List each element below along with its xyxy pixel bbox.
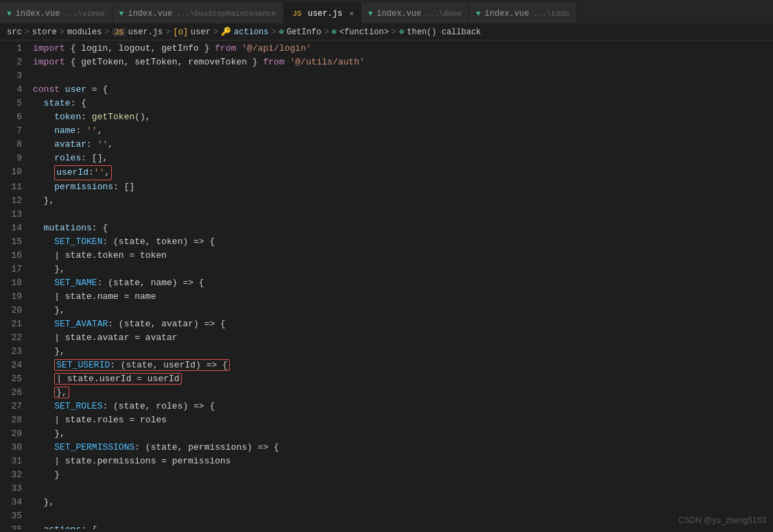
tab-path: ...\todo [533,10,569,18]
bc-sep5: > [213,27,218,37]
tab-bar: ▼ index.vue ...\views ▼ index.vue ...\bu… [0,0,773,24]
bc-then-icon: ⊕ [399,27,404,37]
code-line-8: 8 avatar: '', [0,138,365,152]
code-line-17: 17 }, [0,263,365,276]
bc-sep7: > [324,27,329,37]
tab-path: ...\views [64,10,104,18]
code-line-36-actions: 35 actions: { [0,523,365,529]
code-container[interactable]: 1 import { login, logout, getInfo } from… [0,40,773,529]
bc-user: user [191,27,211,37]
code-line-24: 24 SET_USERID: (state, userId) => { [0,359,365,372]
bc-src: src [7,27,22,37]
tab-label: user.js [308,9,342,19]
bc-modules: modules [67,27,102,37]
bc-sep6: > [272,27,276,37]
bc-actions: actions [234,27,268,37]
tab-label: index.vue [128,9,172,19]
code-line-11: 11 permissions: [] [0,180,365,194]
bc-sep8: > [392,27,396,37]
tab-index-todo[interactable]: ▼ index.vue ...\todo [469,3,577,23]
tab-label: index.vue [16,9,60,19]
code-line-28: 28 | state.roles = roles [0,413,365,427]
code-line-25: 25 | state.userId = userId [0,372,365,386]
code-line-6: 6 token: getToken(), [0,110,365,124]
code-line-32: 32 } [0,468,365,482]
code-line-13: 13 [0,208,365,221]
vue-icon: ▼ [476,10,481,18]
bc-actions-icon: 🔑 [221,27,231,37]
code-line-14: 14 mutations: { [0,221,365,235]
code-line-27: 27 SET_ROLES: (state, roles) => { [0,400,365,413]
watermark: CSDN @yu_zheng5163 [678,516,766,525]
tab-index-busstop[interactable]: ▼ index.vue ...\busStopMaintenance [112,3,284,23]
code-line-31: 31 | state.permissions = permissions [0,455,365,468]
code-line-16: 16 | state.token = token [0,249,365,263]
bc-getinfo-icon: ⊕ [279,27,284,37]
tab-close-button[interactable]: ✕ [349,9,354,18]
tab-index-done[interactable]: ▼ index.vue ...\done [361,3,469,23]
code-lines: 1 import { login, logout, getInfo } from… [0,40,365,529]
bc-user-obj: [o] [173,27,188,37]
vue-icon: ▼ [7,10,12,18]
vue-icon: ▼ [368,10,373,18]
bc-sep2: > [60,27,64,37]
code-line-22: 22 | state.avatar = avatar [0,331,365,345]
tab-path: ...\busStopMaintenance [176,10,276,18]
code-line-7: 7 name: '', [0,124,365,138]
tab-path: ...\done [425,10,462,18]
code-line-20: 20 }, [0,304,365,317]
code-line-29: 29 }, [0,427,365,441]
bc-then: then() callback [407,27,481,37]
bc-sep4: > [165,27,170,37]
code-line-5: 5 state: { [0,97,365,110]
bc-sep: > [25,27,29,37]
code-line-3: 3 [0,69,365,83]
bc-getinfo: GetInfo [287,27,321,37]
bc-js-icon: JS [112,28,126,36]
bc-func-icon: ⊕ [332,27,337,37]
code-line-9: 9 roles: [], [0,152,365,165]
bc-userjs: user.js [128,27,163,37]
bc-function: <function> [340,27,389,37]
tab-label: index.vue [377,9,421,19]
code-line-12: 12 }, [0,194,365,208]
code-line-19: 19 | state.name = name [0,290,365,304]
code-line-23: 23 }, [0,345,365,359]
tab-index-views[interactable]: ▼ index.vue ...\views [0,3,112,23]
js-icon: JS [291,9,304,19]
code-line-33: 33 [0,482,365,496]
code-line-18: 18 SET_NAME: (state, name) => { [0,276,365,290]
code-line-4: 4 const user = { [0,83,365,97]
code-line-2: 2 import { getToken, setToken, removeTok… [0,56,365,69]
tab-user-js[interactable]: JS user.js ✕ [284,3,361,23]
breadcrumb: src > store > modules > JS user.js > [o]… [0,24,773,40]
code-line-10: 10 userId:'', [0,165,365,180]
code-line-21: 21 SET_AVATAR: (state, avatar) => { [0,317,365,331]
vue-icon: ▼ [119,10,124,18]
code-line-26: 26 }, [0,386,365,400]
code-line-34: 34 }, [0,496,365,509]
tab-label: index.vue [485,9,530,19]
code-line-1: 1 import { login, logout, getInfo } from… [0,42,365,56]
code-line-15: 15 SET_TOKEN: (state, token) => { [0,235,365,249]
bc-sep3: > [104,27,109,37]
code-line-35: 35 [0,509,365,523]
bc-store: store [32,27,57,37]
code-line-30: 30 SET_PERMISSIONS: (state, permissions)… [0,441,365,455]
